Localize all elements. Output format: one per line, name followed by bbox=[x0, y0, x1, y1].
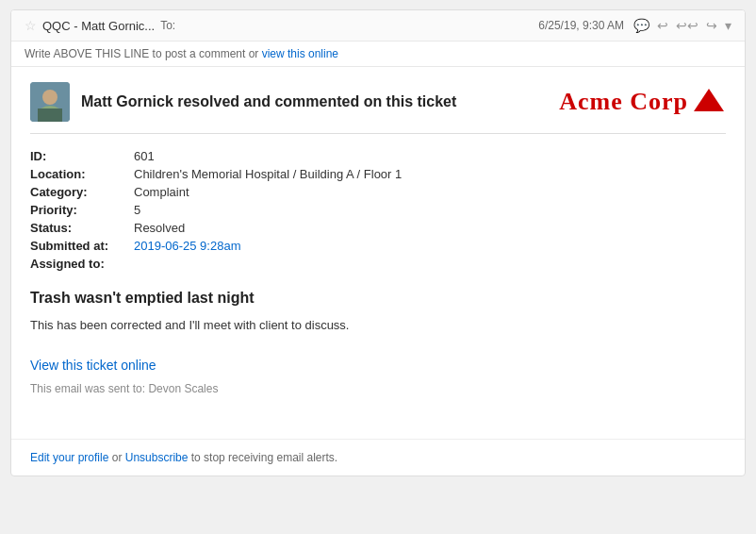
status-value: Resolved bbox=[134, 221, 185, 235]
notice-text: Write ABOVE THIS LINE to post a comment … bbox=[25, 47, 258, 60]
star-icon[interactable]: ☆ bbox=[25, 18, 37, 33]
unsubscribe-link[interactable]: Unsubscribe bbox=[125, 451, 189, 464]
id-value: 601 bbox=[134, 149, 155, 163]
svg-rect-6 bbox=[701, 104, 716, 111]
notice-bar: Write ABOVE THIS LINE to post a comment … bbox=[11, 42, 745, 67]
view-this-online-link[interactable]: view this online bbox=[262, 47, 338, 60]
location-value: Children's Memorial Hospital / Building … bbox=[134, 167, 402, 181]
view-ticket-online-link[interactable]: View this ticket online bbox=[30, 358, 156, 373]
detail-row-category: Category: Complaint bbox=[30, 185, 726, 199]
acme-icon bbox=[692, 85, 726, 119]
chat-icon[interactable]: 💬 bbox=[633, 18, 649, 33]
email-timestamp: 6/25/19, 9:30 AM bbox=[538, 19, 624, 32]
email-body: Matt Gornick resolved and commented on t… bbox=[11, 67, 745, 439]
edit-profile-link[interactable]: Edit your profile bbox=[30, 451, 108, 464]
email-footer: Edit your profile or Unsubscribe to stop… bbox=[11, 439, 745, 476]
ticket-details: ID: 601 Location: Children's Memorial Ho… bbox=[30, 149, 726, 271]
view-ticket-link-container: View this ticket online bbox=[30, 358, 726, 373]
resolved-header: Matt Gornick resolved and commented on t… bbox=[30, 82, 726, 134]
footer-or: or bbox=[108, 451, 124, 464]
submitted-value: 2019-06-25 9:28am bbox=[134, 239, 240, 253]
assigned-label: Assigned to: bbox=[30, 257, 134, 271]
location-label: Location: bbox=[30, 167, 134, 181]
resolved-left: Matt Gornick resolved and commented on t… bbox=[30, 82, 456, 122]
ticket-subject: Trash wasn't emptied last night bbox=[30, 290, 726, 307]
acme-logo: Acme Corp bbox=[559, 85, 726, 119]
detail-row-id: ID: 601 bbox=[30, 149, 726, 163]
detail-row-status: Status: Resolved bbox=[30, 221, 726, 235]
reply-all-icon[interactable]: ↩↩ bbox=[676, 18, 698, 33]
svg-rect-3 bbox=[38, 108, 62, 122]
ticket-comment: This has been corrected and I'll meet wi… bbox=[30, 316, 726, 335]
submitted-link[interactable]: 2019-06-25 9:28am bbox=[134, 239, 240, 253]
detail-row-priority: Priority: 5 bbox=[30, 203, 726, 217]
detail-row-assigned: Assigned to: bbox=[30, 257, 726, 271]
email-header: ☆ QQC - Matt Gornic... To: 6/25/19, 9:30… bbox=[11, 10, 745, 42]
avatar bbox=[30, 82, 70, 122]
acme-text: Acme Corp bbox=[559, 88, 688, 116]
id-label: ID: bbox=[30, 149, 134, 163]
sent-to: This email was sent to: Devon Scales bbox=[30, 382, 726, 395]
submitted-label: Submitted at: bbox=[30, 239, 134, 253]
to-label: To: bbox=[160, 19, 175, 32]
priority-label: Priority: bbox=[30, 203, 134, 217]
category-value: Complaint bbox=[134, 185, 189, 199]
avatar-image bbox=[30, 82, 70, 122]
status-label: Status: bbox=[30, 221, 134, 235]
email-container: ☆ QQC - Matt Gornic... To: 6/25/19, 9:30… bbox=[10, 9, 746, 476]
email-header-right: 6/25/19, 9:30 AM 💬 ↩ ↩↩ ↪ ▾ bbox=[538, 18, 731, 33]
more-icon[interactable]: ▾ bbox=[725, 18, 731, 33]
email-subject: QQC - Matt Gornic... bbox=[42, 19, 155, 33]
detail-row-location: Location: Children's Memorial Hospital /… bbox=[30, 167, 726, 181]
svg-point-1 bbox=[42, 90, 58, 105]
detail-row-submitted: Submitted at: 2019-06-25 9:28am bbox=[30, 239, 726, 253]
resolved-title: Matt Gornick resolved and commented on t… bbox=[81, 93, 456, 110]
priority-value: 5 bbox=[134, 203, 140, 217]
category-label: Category: bbox=[30, 185, 134, 199]
footer-suffix: to stop receiving email alerts. bbox=[188, 451, 337, 464]
forward-icon[interactable]: ↪ bbox=[706, 18, 717, 33]
email-header-left: ☆ QQC - Matt Gornic... To: bbox=[25, 18, 175, 33]
reply-icon[interactable]: ↩ bbox=[657, 18, 668, 33]
header-icons: 💬 ↩ ↩↩ ↪ ▾ bbox=[633, 18, 731, 33]
